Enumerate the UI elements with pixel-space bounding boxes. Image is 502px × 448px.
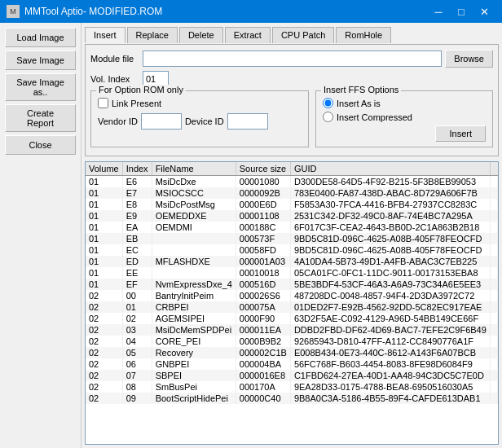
options-row: For Option ROM only Link Present Vendor … — [90, 90, 493, 147]
table-header-row: Volume Index FileName Source size GUID — [86, 162, 498, 176]
window-controls: ─ □ ✕ — [427, 0, 495, 23]
device-id-label: Device ID — [185, 116, 224, 126]
table-row[interactable]: 0202AGEMSIPEI0000F9063D2F5AE-C092-4129-A… — [86, 313, 498, 324]
table-row[interactable]: 01EE0001001805CA01FC-0FC1-11DC-9011-0017… — [86, 267, 498, 279]
module-file-label: Module file — [90, 54, 139, 64]
tab-insert[interactable]: Insert — [85, 27, 126, 43]
close-button[interactable]: ✕ — [473, 0, 495, 23]
option-rom-group: For Option ROM only Link Present Vendor … — [90, 90, 309, 147]
load-image-button[interactable]: Load Image — [5, 28, 76, 47]
option-rom-title: For Option ROM only — [96, 85, 186, 94]
table-row[interactable]: 01E8MsiDcPostMsg0000E6DF5853A30-7FCA-441… — [86, 199, 498, 210]
tab-delete[interactable]: Delete — [179, 27, 223, 43]
table-row[interactable]: 0209BootScriptHidePei00000C409B8A0C3A-51… — [86, 393, 498, 404]
maximize-button[interactable]: □ — [450, 0, 473, 23]
table-row[interactable]: 01EAOEMDMI000188C6F017C3F-CEA2-4643-BB0D… — [86, 222, 498, 233]
main-window: Load ImageSave ImageSave Image as..Creat… — [0, 23, 502, 448]
vendor-id-label: Vendor ID — [98, 116, 138, 126]
insert-btn-row: Insert — [323, 125, 486, 142]
table-row[interactable]: 01E9OEMEDDXE000011082531C342-DF32-49C0-8… — [86, 210, 498, 222]
col-source-size: Source size — [236, 162, 290, 176]
title-bar: M MMTool Aptio- MODIFIED.ROM ─ □ ✕ — [0, 0, 502, 23]
tab-replace[interactable]: Replace — [127, 27, 178, 43]
window-title: MMTool Aptio- MODIFIED.ROM — [24, 6, 427, 17]
content-area: Module file Browse Vol. Index For Option… — [85, 44, 499, 156]
insert-compressed-radio[interactable] — [323, 112, 333, 122]
link-present-row: Link Present — [98, 98, 302, 108]
insert-as-is-radio[interactable] — [323, 98, 333, 108]
ffs-options-group: Insert FFS Options Insert As is Insert C… — [315, 90, 493, 147]
insert-compressed-label: Insert Compressed — [337, 112, 412, 122]
link-present-label: Link Present — [112, 99, 161, 108]
insert-as-is-row: Insert As is — [323, 98, 486, 108]
create-report-button[interactable]: Create Report — [5, 104, 76, 132]
ffs-options-title: Insert FFS Options — [321, 85, 401, 94]
table-row[interactable]: 01EC00058FD9BD5C81D-096C-4625-A08B-405F7… — [86, 244, 498, 256]
col-filename: FileName — [152, 162, 236, 176]
vendor-device-row: Vendor ID Device ID — [98, 113, 302, 130]
table-row[interactable]: 01E6MsiDcDxe00001080D300DE58-64D5-4F92-B… — [86, 176, 498, 188]
save-image-button[interactable]: Save Image — [5, 51, 76, 70]
file-table: Volume Index FileName Source size GUID 0… — [86, 162, 498, 404]
tab-cpu-patch[interactable]: CPU Patch — [272, 27, 334, 43]
save-image-as-button[interactable]: Save Image as.. — [5, 73, 76, 101]
table-row[interactable]: 0208SmBusPei000170A9EA28D33-0175-4788-BE… — [86, 381, 498, 393]
minimize-button[interactable]: ─ — [427, 0, 450, 23]
right-panel: InsertReplaceDeleteExtractCPU PatchRomHo… — [81, 23, 502, 448]
close-button[interactable]: Close — [5, 135, 76, 155]
table-row[interactable]: 01EDMFLASHDXE000001A034A10DA4-5B73-49D1-… — [86, 256, 498, 267]
device-id-input[interactable] — [227, 113, 268, 130]
table-row[interactable]: 01EB000573F9BD5C81D-096C-4625-A08B-405F7… — [86, 233, 498, 244]
table-row[interactable]: 0204CORE_PEI0000B9B292685943-D810-47FF-A… — [86, 336, 498, 347]
col-volume: Volume — [86, 162, 122, 176]
vendor-id-input[interactable] — [141, 113, 182, 130]
tab-extract[interactable]: Extract — [225, 27, 271, 43]
table-row[interactable]: 0205Recovery000002C1BE008B434-0E73-440C-… — [86, 347, 498, 358]
link-present-checkbox[interactable] — [98, 98, 108, 108]
tab-romhole[interactable]: RomHole — [336, 27, 391, 43]
insert-button[interactable]: Insert — [435, 125, 486, 142]
left-panel: Load ImageSave ImageSave Image as..Creat… — [0, 23, 81, 448]
table-row[interactable]: 0207SBPEI0000016E8C1FBD624-27EA-40D1-AA4… — [86, 370, 498, 381]
tab-bar: InsertReplaceDeleteExtractCPU PatchRomHo… — [85, 26, 499, 42]
module-file-input[interactable] — [143, 51, 442, 67]
browse-button[interactable]: Browse — [445, 50, 493, 68]
file-table-container[interactable]: Volume Index FileName Source size GUID 0… — [85, 161, 499, 445]
table-row[interactable]: 01EFNvmExpressDxe_4000516D5BE3BDF4-53CF-… — [86, 279, 498, 290]
app-icon: M — [7, 5, 20, 18]
col-scroll — [490, 162, 497, 176]
table-row[interactable]: 01E7MSIOCSCC0000092B783E0400-FA87-438D-A… — [86, 187, 498, 199]
vol-index-label: Vol. Index — [90, 74, 139, 84]
col-guid: GUID — [290, 162, 490, 176]
table-row[interactable]: 0206GNBPEI000004BA56FC768F-B603-4454-808… — [86, 358, 498, 370]
table-row[interactable]: 0201CRBPEI000075A01DED2F7-E92B-4562-92DD… — [86, 301, 498, 313]
table-row[interactable]: 0203MsiDcMemSPDPei000011EADDBD2FBD-DF62-… — [86, 324, 498, 336]
insert-compressed-row: Insert Compressed — [323, 112, 486, 122]
insert-as-is-label: Insert As is — [337, 99, 381, 108]
col-index: Index — [122, 162, 152, 176]
table-row[interactable]: 0200BantryInitPeim000026S6487208DC-0048-… — [86, 290, 498, 301]
module-file-row: Module file Browse — [90, 50, 493, 68]
